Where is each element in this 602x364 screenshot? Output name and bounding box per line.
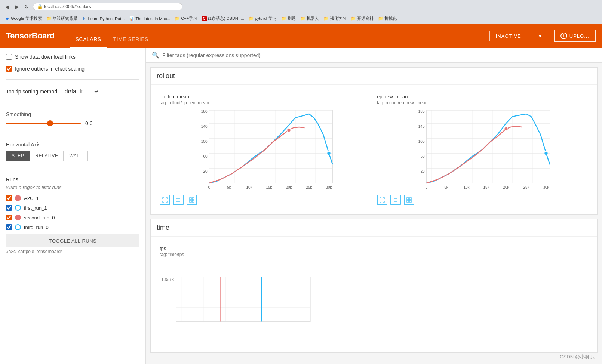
run-label-first1: first_run_1: [24, 205, 47, 211]
url-bar[interactable]: 🔒 localhost:6006/#scalars: [33, 3, 182, 10]
list-btn-ep-len[interactable]: [173, 195, 184, 205]
bookmark-robot[interactable]: 📁 机器人: [299, 15, 320, 22]
folder-icon: 📁: [378, 16, 383, 21]
axis-btn-wall[interactable]: WALL: [64, 151, 87, 161]
lock-icon: 🔒: [37, 4, 43, 9]
run-checkbox-second0[interactable]: [6, 215, 12, 220]
svg-text:20: 20: [203, 169, 208, 173]
smoothing-label: Smoothing: [6, 111, 139, 117]
bookmark-ml[interactable]: 📁 机械化: [377, 15, 398, 22]
inactive-button[interactable]: INACTIVE ▼: [489, 31, 549, 41]
svg-text:20k: 20k: [503, 185, 509, 189]
bookmark-cpp[interactable]: 📁 C++学习: [173, 15, 199, 22]
toggle-all-runs-button[interactable]: TOGGLE ALL RUNS: [6, 234, 139, 247]
expand-btn-ep-len[interactable]: [160, 195, 170, 205]
run-checkbox-third0[interactable]: [6, 224, 12, 230]
info-icon: i: [560, 33, 567, 39]
inactive-label: INACTIVE: [496, 33, 521, 39]
bookmark-thesis[interactable]: 📁 毕设研究背景: [45, 15, 79, 22]
section-time: time fps tag: time/fps: [150, 219, 598, 353]
svg-rect-21: [190, 200, 191, 202]
smoothing-section: Smoothing 0.6: [6, 111, 139, 126]
bookmark-brush[interactable]: 📁 刷题: [280, 15, 297, 22]
bookmark-label: 刷题: [288, 16, 296, 21]
chart-ep-len-mean: ep_len_mean tag: rollout/ep_len_mean: [157, 91, 374, 208]
bookmark-google-scholar[interactable]: ◆ Google 学术搜索: [3, 15, 43, 22]
upload-button[interactable]: i UPLO...: [554, 30, 596, 42]
expand-icon: [162, 197, 168, 203]
main-layout: Show data download links Ignore outliers…: [0, 48, 602, 364]
ep-rew-mean-chart: 180 140 100 60 20 0 5k 10k 15k 20k 25k 3…: [377, 108, 588, 192]
run-checkbox-A2C1[interactable]: [6, 195, 12, 201]
watermark: CSDN @小狮叭: [560, 354, 595, 360]
bookmark-label: The latest in Mac...: [135, 16, 170, 21]
back-button[interactable]: ◀: [4, 3, 10, 10]
list-icon: [176, 197, 181, 203]
svg-text:140: 140: [201, 124, 208, 129]
time-title: time: [157, 224, 169, 231]
svg-text:10k: 10k: [246, 185, 252, 189]
run-label-third0: third_run_0: [24, 225, 49, 230]
folder-icon: 📁: [323, 16, 329, 21]
svg-text:20k: 20k: [286, 185, 292, 189]
run-item-second0: second_run_0: [6, 213, 139, 222]
divider-1: [6, 79, 139, 80]
bookmark-opensource[interactable]: 📁 开源资料: [349, 15, 375, 22]
svg-text:60: 60: [203, 154, 208, 158]
content-area: 🔍 rollout ep_len_mean tag: rollout/ep_le…: [146, 48, 602, 364]
grid-btn-ep-rew[interactable]: [404, 195, 414, 205]
nav-tabs: SCALARS TIME SERIES: [70, 24, 154, 48]
show-download-checkbox[interactable]: [6, 54, 12, 60]
run-checkbox-first1[interactable]: [6, 205, 12, 211]
bookmark-icon: ◆: [4, 16, 10, 21]
run-label-second0: second_run_0: [24, 215, 55, 220]
list-btn-ep-rew[interactable]: [390, 195, 401, 205]
bookmark-pytorch[interactable]: 📁 pytorch学习: [247, 15, 278, 22]
bookmark-mac[interactable]: 📊 The latest in Mac...: [128, 15, 172, 22]
bookmark-label: pytorch学习: [255, 16, 277, 21]
axis-btn-step[interactable]: STEP: [6, 151, 30, 161]
smoothing-slider[interactable]: [6, 123, 81, 124]
horizontal-axis-section: Horizontal Axis STEP RELATIVE WALL: [6, 142, 139, 161]
axis-btn-relative[interactable]: RELATIVE: [30, 151, 64, 161]
ignore-outliers-label: Ignore outliers in chart scaling: [15, 66, 85, 72]
filter-tags-input[interactable]: [162, 52, 596, 58]
svg-text:0: 0: [426, 185, 428, 189]
tab-timeseries[interactable]: TIME SERIES: [107, 24, 154, 48]
svg-text:25k: 25k: [523, 185, 529, 189]
fps-svg: 1.6e+3: [160, 260, 314, 342]
csdn-icon: C: [202, 16, 207, 21]
bookmark-label: Google 学术搜索: [11, 16, 42, 21]
svg-point-14: [287, 128, 291, 132]
svg-rect-42: [407, 198, 409, 200]
folder-icon: 📁: [351, 16, 356, 21]
bookmark-rl[interactable]: 📁 强化学习: [322, 15, 348, 22]
svg-text:10k: 10k: [463, 185, 470, 189]
tooltip-sort-select[interactable]: default: [62, 87, 99, 96]
run-item-A2C1: A2C_1: [6, 194, 139, 202]
svg-text:5k: 5k: [444, 185, 449, 189]
ep-rew-mean-actions: [377, 195, 588, 205]
bookmark-label: 机械化: [384, 16, 397, 21]
run-item-first1: first_run_1: [6, 204, 139, 212]
ignore-outliers-checkbox[interactable]: [6, 66, 12, 72]
filter-bar: 🔍: [146, 48, 602, 63]
bookmark-python[interactable]: k Learn Python, Dat...: [80, 15, 126, 22]
smoothing-value: 0.6: [85, 120, 96, 126]
tab-scalars[interactable]: SCALARS: [70, 24, 107, 48]
svg-text:15k: 15k: [483, 185, 489, 189]
bookmark-csdn[interactable]: C (1条消息) CSDN -...: [200, 15, 246, 22]
expand-btn-ep-rew[interactable]: [377, 195, 387, 205]
reload-button[interactable]: ↻: [23, 3, 30, 10]
svg-text:1.6e+3: 1.6e+3: [162, 277, 174, 282]
runs-title: Runs: [6, 176, 139, 182]
section-rollout: rollout ep_len_mean tag: rollout/ep_len_…: [150, 67, 598, 215]
upload-label: UPLO...: [569, 33, 589, 39]
search-icon: 🔍: [152, 52, 159, 59]
bookmark-label: 机器人: [307, 16, 319, 21]
folder-icon: 📁: [46, 16, 52, 21]
grid-icon: [189, 197, 194, 203]
grid-btn-ep-len[interactable]: [187, 195, 197, 205]
svg-rect-20: [192, 198, 194, 200]
forward-button[interactable]: ▶: [13, 3, 20, 10]
